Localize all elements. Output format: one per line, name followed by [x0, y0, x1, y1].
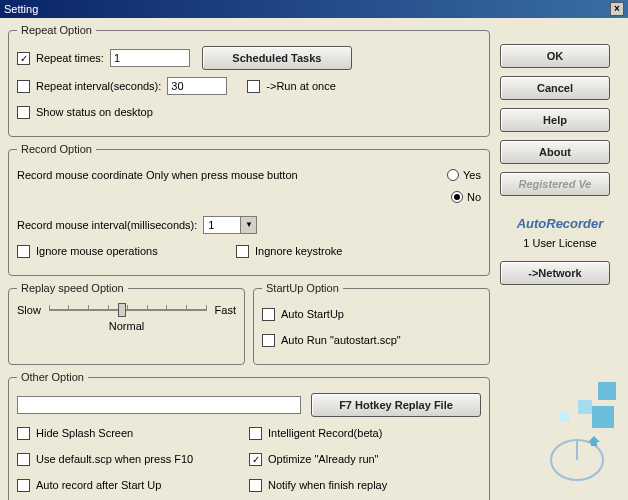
titlebar: Setting × — [0, 0, 628, 18]
startup-legend: StartUp Option — [262, 282, 343, 294]
notify-checkbox[interactable] — [249, 479, 262, 492]
run-at-once-label: ->Run at once — [266, 80, 335, 92]
speed-slider[interactable] — [49, 309, 207, 311]
repeat-times-label: Repeat times: — [36, 52, 104, 64]
auto-startup-label: Auto StartUp — [281, 308, 344, 320]
repeat-legend: Repeat Option — [17, 24, 96, 36]
decoration — [490, 382, 620, 492]
about-button[interactable]: About — [500, 140, 610, 164]
hide-splash-checkbox[interactable] — [17, 427, 30, 440]
normal-label: Normal — [17, 320, 236, 332]
coord-no-label: No — [467, 191, 481, 203]
window-title: Setting — [4, 0, 38, 18]
auto-record-checkbox[interactable] — [17, 479, 30, 492]
scheduled-tasks-button[interactable]: Scheduled Tasks — [202, 46, 352, 70]
hide-splash-label: Hide Splash Screen — [36, 427, 133, 439]
license-text: 1 User License — [500, 237, 620, 249]
notify-label: Notify when finish replay — [268, 479, 387, 491]
intelligent-record-label: Intelligent Record(beta) — [268, 427, 382, 439]
square-icon — [598, 382, 616, 400]
record-legend: Record Option — [17, 143, 96, 155]
square-icon — [560, 412, 570, 422]
show-status-label: Show status on desktop — [36, 106, 153, 118]
square-icon — [592, 406, 614, 428]
record-interval-select[interactable]: 1 ▼ — [203, 216, 257, 234]
fast-label: Fast — [215, 304, 236, 316]
ok-button[interactable]: OK — [500, 44, 610, 68]
chevron-down-icon: ▼ — [240, 217, 256, 233]
ignore-mouse-checkbox[interactable] — [17, 245, 30, 258]
content-area: Repeat Option Repeat times: Scheduled Ta… — [0, 18, 628, 500]
replay-speed-group: Replay speed Option Slow Fast Normal — [8, 282, 245, 365]
brand-name: AutoRecorder — [500, 216, 620, 231]
repeat-interval-input[interactable] — [167, 77, 227, 95]
replay-legend: Replay speed Option — [17, 282, 128, 294]
help-button[interactable]: Help — [500, 108, 610, 132]
f7-hotkey-button[interactable]: F7 Hotkey Replay File — [311, 393, 481, 417]
record-option-group: Record Option Record mouse coordinate On… — [8, 143, 490, 276]
optimize-checkbox[interactable] — [249, 453, 262, 466]
other-option-group: Other Option F7 Hotkey Replay File Hide … — [8, 371, 490, 500]
close-icon[interactable]: × — [610, 2, 624, 16]
auto-run-checkbox[interactable] — [262, 334, 275, 347]
coord-yes-label: Yes — [463, 169, 481, 181]
intelligent-record-checkbox[interactable] — [249, 427, 262, 440]
cancel-button[interactable]: Cancel — [500, 76, 610, 100]
mouse-icon — [542, 430, 612, 485]
record-coord-question: Record mouse coordinate Only when press … — [17, 169, 441, 181]
coord-yes-radio[interactable] — [447, 169, 459, 181]
startup-option-group: StartUp Option Auto StartUp Auto Run "au… — [253, 282, 490, 365]
repeat-option-group: Repeat Option Repeat times: Scheduled Ta… — [8, 24, 490, 137]
ignore-mouse-label: Ignore mouse operations — [36, 245, 236, 257]
replay-file-path-input[interactable] — [17, 396, 301, 414]
use-default-label: Use default.scp when press F10 — [36, 453, 193, 465]
right-pane: OK Cancel Help About Registered Ve AutoR… — [490, 24, 620, 492]
left-pane: Repeat Option Repeat times: Scheduled Ta… — [8, 24, 490, 492]
ignore-keystroke-label: Ingnore keystroke — [255, 245, 342, 257]
record-interval-value: 1 — [204, 219, 240, 231]
slider-thumb-icon[interactable] — [118, 303, 126, 317]
repeat-times-input[interactable] — [110, 49, 190, 67]
run-at-once-checkbox[interactable] — [247, 80, 260, 93]
repeat-times-checkbox[interactable] — [17, 52, 30, 65]
repeat-interval-checkbox[interactable] — [17, 80, 30, 93]
other-legend: Other Option — [17, 371, 88, 383]
network-button[interactable]: ->Network — [500, 261, 610, 285]
auto-record-label: Auto record after Start Up — [36, 479, 161, 491]
show-status-checkbox[interactable] — [17, 106, 30, 119]
coord-no-radio[interactable] — [451, 191, 463, 203]
square-icon — [578, 400, 592, 414]
optimize-label: Optimize "Already run" — [268, 453, 379, 465]
auto-startup-checkbox[interactable] — [262, 308, 275, 321]
record-interval-label: Record mouse interval(milliseconds): — [17, 219, 197, 231]
use-default-checkbox[interactable] — [17, 453, 30, 466]
registered-button[interactable]: Registered Ve — [500, 172, 610, 196]
ignore-keystroke-checkbox[interactable] — [236, 245, 249, 258]
repeat-interval-label: Repeat interval(seconds): — [36, 80, 161, 92]
auto-run-label: Auto Run "autostart.scp" — [281, 334, 401, 346]
slow-label: Slow — [17, 304, 41, 316]
